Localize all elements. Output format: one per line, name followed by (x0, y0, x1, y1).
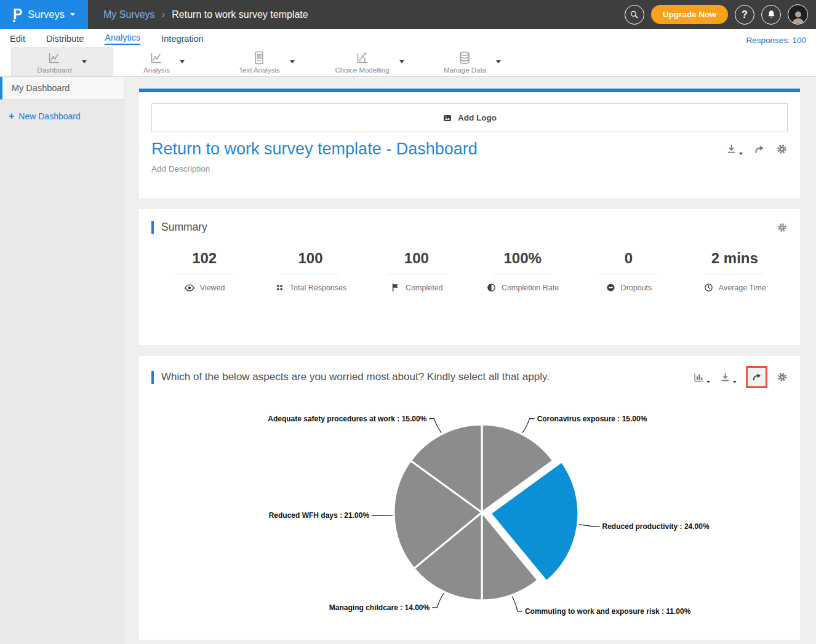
chevron-down-icon (739, 153, 743, 155)
search-button[interactable] (625, 5, 644, 25)
stat-viewed: 102 Viewed (151, 250, 257, 293)
toolbar-item-manage-data[interactable]: Manage Data (421, 47, 524, 76)
gear-icon (777, 222, 788, 233)
toolbar-item-analysis[interactable]: Analysis (113, 47, 215, 76)
sidebar-item-my-dashboard[interactable]: My Dashboard (0, 77, 124, 100)
top-bar: P Surveys My Surveys › Return to work su… (0, 0, 816, 29)
breadcrumb-current-survey: Return to work survey template (172, 9, 308, 20)
dashboard-header-card: Add Logo Return to work survey template … (139, 92, 800, 198)
add-logo-button[interactable]: Add Logo (151, 103, 788, 132)
chevron-down-icon (180, 60, 185, 63)
pie-slice-label: Reduced WFH days : 21.00% (269, 511, 370, 520)
questionpro-logo-icon: P (13, 7, 22, 22)
survey-nav-tabs: Edit Distribute Analytics Integration Re… (0, 29, 816, 47)
eye-icon (184, 282, 195, 293)
question-mark-icon: ? (742, 9, 748, 20)
dashboard-title[interactable]: Return to work survey template - Dashboa… (151, 140, 478, 159)
chevron-down-icon (82, 60, 87, 63)
dots-grid-icon (274, 282, 285, 293)
tab-analytics[interactable]: Analytics (105, 33, 140, 45)
pie-leader-line (432, 593, 444, 608)
question-chart-card: Which of the below aspects are you worri… (139, 356, 800, 640)
breadcrumb-separator-icon: › (162, 9, 166, 21)
half-circle-icon (486, 282, 497, 293)
clock-icon (703, 282, 714, 293)
chart-settings-button[interactable] (777, 372, 788, 383)
line-chart-icon (47, 50, 62, 65)
summary-stats-row: 102 Viewed 100 Total Responses 100 Compl… (151, 250, 788, 293)
stat-completed: 100 Completed (364, 250, 470, 293)
search-icon (629, 9, 639, 20)
download-icon (726, 143, 737, 155)
summary-settings-button[interactable] (777, 221, 788, 233)
gear-icon (777, 372, 788, 383)
pie-slice-label: Coronavirus exposure : 15.00% (537, 415, 647, 423)
new-dashboard-button[interactable]: + New Dashboard (9, 111, 124, 121)
share-icon (751, 372, 762, 383)
summary-heading: Summary (161, 221, 207, 234)
gear-icon (776, 143, 788, 155)
share-icon (753, 143, 766, 156)
notifications-button[interactable] (761, 5, 781, 25)
chevron-down-icon (733, 381, 737, 383)
download-dashboard-button[interactable] (726, 143, 743, 155)
chevron-down-icon (496, 60, 501, 63)
stat-dropouts: 0 Dropouts (575, 250, 681, 293)
toolbar-item-dashboard[interactable]: Dashboard (11, 47, 113, 76)
breadcrumb-my-surveys[interactable]: My Surveys (103, 9, 155, 20)
dashboard-title-actions (726, 143, 788, 156)
dashboard-settings-button[interactable] (776, 143, 788, 155)
stat-average-time: 2 mins Average Time (682, 250, 788, 293)
pie-leader-line (522, 419, 535, 433)
section-accent-bar (151, 371, 154, 384)
chevron-down-icon (70, 13, 75, 16)
pie-leader-line (429, 419, 441, 433)
share-dashboard-button[interactable] (753, 143, 766, 156)
download-icon (719, 372, 731, 383)
toolbar-item-choice-modelling[interactable]: Choice Modelling (318, 47, 421, 76)
flag-icon (390, 282, 401, 293)
upgrade-now-button[interactable]: Upgrade Now (651, 5, 728, 24)
stat-total-responses: 100 Total Responses (257, 250, 363, 293)
chart-type-button[interactable] (693, 372, 710, 383)
pie-chart-area: Coronavirus exposure : 15.00%Reduced pro… (151, 391, 788, 639)
person-icon (790, 8, 807, 25)
chevron-down-icon (706, 381, 710, 383)
app-logo-block[interactable]: P Surveys (0, 0, 88, 29)
chevron-down-icon (399, 60, 404, 63)
plus-icon: + (9, 111, 14, 121)
pie-leader-line (579, 525, 600, 527)
help-button[interactable]: ? (735, 5, 754, 25)
pie-chart[interactable]: Coronavirus exposure : 15.00%Reduced pro… (151, 391, 800, 637)
responses-count[interactable]: Responses: 100 (746, 36, 806, 45)
pie-slice-label: Adequate safety procedures at work : 15.… (268, 415, 426, 423)
question-heading: Which of the below aspects are you worri… (161, 371, 550, 383)
document-grid-icon (252, 50, 266, 65)
tab-distribute[interactable]: Distribute (46, 34, 84, 45)
tab-edit[interactable]: Edit (10, 34, 25, 45)
toolbar-item-text-analysis[interactable]: Text Analysis (215, 47, 318, 76)
breadcrumb: My Surveys › Return to work survey templ… (103, 9, 308, 21)
pie-leader-line (372, 515, 393, 516)
topbar-actions: Upgrade Now ? (625, 4, 808, 25)
product-switcher-label: Surveys (28, 9, 65, 20)
download-chart-button[interactable] (719, 372, 737, 383)
share-chart-button-highlighted[interactable] (746, 366, 767, 388)
pie-slice-label: Reduced productivity : 24.00% (602, 522, 710, 531)
dashboard-content: Add Logo Return to work survey template … (124, 77, 816, 644)
line-chart-icon (149, 50, 164, 65)
minus-circle-icon (606, 282, 616, 293)
chevron-down-icon (290, 60, 295, 63)
scatter-chart-icon (355, 50, 370, 65)
question-actions (693, 366, 788, 388)
image-icon (442, 113, 452, 123)
pie-slice-label: Managing childcare : 14.00% (329, 603, 430, 612)
bell-icon (766, 9, 777, 20)
bar-chart-icon (693, 372, 705, 383)
summary-card: Summary 102 Viewed 100 Total Responses (139, 209, 800, 345)
add-description-button[interactable]: Add Description (151, 164, 788, 173)
stat-completion-rate: 100% Completion Rate (470, 250, 575, 293)
user-avatar[interactable] (788, 4, 808, 25)
section-accent-bar (151, 221, 154, 234)
tab-integration[interactable]: Integration (161, 34, 204, 45)
